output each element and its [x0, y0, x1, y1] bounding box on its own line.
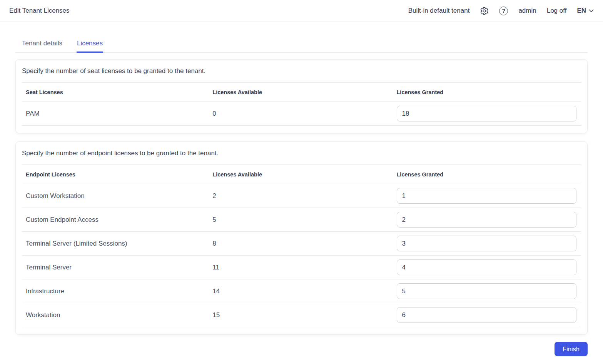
table-row: Terminal Server 11: [22, 256, 581, 279]
tenant-name-label: Built-in default tenant: [408, 7, 470, 15]
license-name: Infrastructure: [22, 279, 209, 303]
endpoint-licenses-card: Specify the number of endpoint licenses …: [15, 141, 588, 335]
table-row: Infrastructure 14: [22, 279, 581, 303]
tab-licenses[interactable]: Licenses: [77, 37, 103, 53]
header-right-group: Built-in default tenant ? admin Log off …: [408, 7, 594, 15]
seat-licenses-card: Specify the number of seat licenses to b…: [15, 59, 588, 133]
table-row: PAM 0: [22, 102, 581, 126]
license-name: Custom Endpoint Access: [22, 208, 209, 232]
gear-icon[interactable]: [480, 7, 489, 15]
table-row: Custom Endpoint Access 5: [22, 208, 581, 232]
endpoint-section-description: Specify the number of endpoint licenses …: [22, 142, 581, 165]
licenses-granted-input-workstation[interactable]: [397, 307, 577, 323]
language-code: EN: [577, 7, 586, 15]
column-header-endpoint-licenses: Endpoint Licenses: [22, 165, 209, 184]
licenses-available-value: 5: [209, 208, 396, 232]
table-row: Custom Workstation 2: [22, 184, 581, 208]
licenses-available-value: 11: [209, 256, 396, 279]
licenses-available-value: 14: [209, 279, 396, 303]
table-header-row: Seat Licenses Licenses Available License…: [22, 83, 581, 102]
licenses-granted-input-terminal-server[interactable]: [397, 259, 577, 275]
endpoint-licenses-table: Endpoint Licenses Licenses Available Lic…: [22, 165, 581, 327]
help-icon[interactable]: ?: [499, 7, 508, 15]
top-header: Edit Tenant Licenses Built-in default te…: [0, 0, 603, 22]
column-header-seat-licenses: Seat Licenses: [22, 83, 209, 102]
licenses-granted-input-terminal-server-limited[interactable]: [397, 236, 577, 251]
app-root: Edit Tenant Licenses Built-in default te…: [0, 0, 603, 364]
licenses-available-value: 0: [209, 102, 396, 126]
table-row: Workstation 15: [22, 303, 581, 327]
table-header-row: Endpoint Licenses Licenses Available Lic…: [22, 165, 581, 184]
license-name: Workstation: [22, 303, 209, 327]
chevron-down-icon: [589, 9, 594, 13]
license-name: PAM: [22, 102, 209, 126]
licenses-available-value: 15: [209, 303, 396, 327]
licenses-granted-input-infrastructure[interactable]: [397, 283, 577, 299]
licenses-granted-input-custom-workstation[interactable]: [397, 188, 577, 204]
licenses-available-value: 2: [209, 184, 396, 208]
license-name: Terminal Server (Limited Sessions): [22, 232, 209, 256]
finish-button[interactable]: Finish: [555, 342, 588, 356]
table-row: Terminal Server (Limited Sessions) 8: [22, 232, 581, 256]
language-selector[interactable]: EN: [577, 7, 594, 15]
tab-tenant-details[interactable]: Tenant details: [22, 37, 63, 53]
column-header-licenses-granted: Licenses Granted: [397, 165, 581, 184]
page-title: Edit Tenant Licenses: [9, 7, 70, 15]
seat-section-description: Specify the number of seat licenses to b…: [22, 60, 581, 83]
username-menu[interactable]: admin: [518, 7, 536, 15]
column-header-licenses-available: Licenses Available: [209, 83, 396, 102]
licenses-available-value: 8: [209, 232, 396, 256]
licenses-granted-input-custom-endpoint-access[interactable]: [397, 212, 577, 228]
column-header-licenses-available: Licenses Available: [209, 165, 396, 184]
licenses-granted-input-pam[interactable]: [397, 106, 577, 121]
license-name: Custom Workstation: [22, 184, 209, 208]
logoff-link[interactable]: Log off: [547, 7, 567, 15]
tab-bar: Tenant details Licenses: [15, 37, 588, 53]
seat-licenses-table: Seat Licenses Licenses Available License…: [22, 83, 581, 126]
column-header-licenses-granted: Licenses Granted: [397, 83, 581, 102]
license-name: Terminal Server: [22, 256, 209, 279]
footer-actions: Finish: [15, 342, 588, 356]
